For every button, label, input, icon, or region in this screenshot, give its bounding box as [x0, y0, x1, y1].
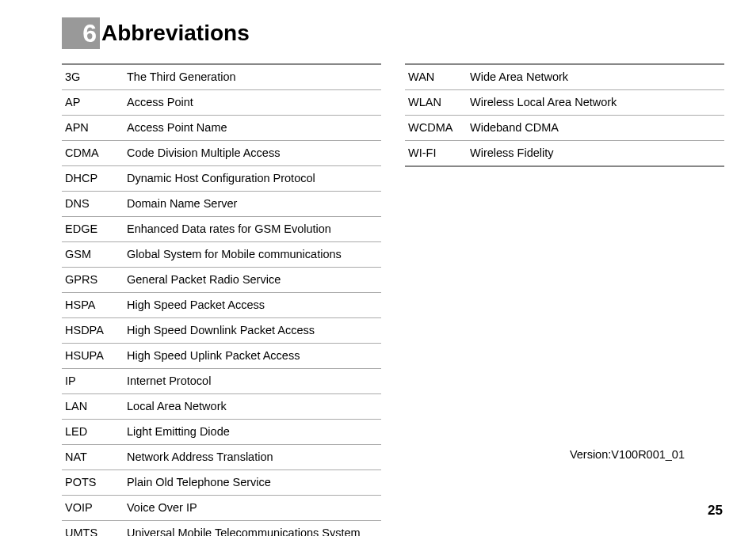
definition-cell: Wide Area Network	[468, 64, 724, 90]
abbr-cell: WAN	[405, 64, 468, 90]
table-row: APNAccess Point Name	[62, 116, 381, 141]
table-row: VOIPVoice Over IP	[62, 496, 381, 521]
abbr-cell: HSPA	[62, 293, 125, 318]
table-row: WANWide Area Network	[405, 64, 724, 90]
table-row: DNSDomain Name Server	[62, 192, 381, 217]
abbr-cell: GSM	[62, 242, 125, 268]
left-column: 3GThe Third GenerationAPAccess PointAPNA…	[62, 63, 381, 536]
table-row: WCDMAWideband CDMA	[405, 116, 724, 141]
abbr-cell: EDGE	[62, 217, 125, 242]
table-row: GPRSGeneral Packet Radio Service	[62, 268, 381, 293]
abbr-cell: WI-FI	[405, 141, 468, 167]
definition-cell: Local Area Network	[125, 394, 381, 420]
abbr-cell: VOIP	[62, 496, 125, 521]
abbr-cell: IP	[62, 369, 125, 394]
definition-cell: High Speed Packet Access	[125, 293, 381, 318]
table-row: WLANWireless Local Area Network	[405, 90, 724, 116]
abbr-cell: DNS	[62, 192, 125, 217]
abbr-cell: WCDMA	[405, 116, 468, 141]
table-row: HSDPAHigh Speed Downlink Packet Access	[62, 318, 381, 344]
abbr-cell: APN	[62, 116, 125, 141]
abbr-cell: POTS	[62, 470, 125, 496]
abbr-cell: HSUPA	[62, 344, 125, 369]
table-row: LEDLight Emitting Diode	[62, 420, 381, 445]
table-row: HSPAHigh Speed Packet Access	[62, 293, 381, 318]
definition-cell: Code Division Multiple Access	[125, 141, 381, 166]
table-row: LANLocal Area Network	[62, 394, 381, 420]
abbr-cell: UMTS	[62, 521, 125, 536]
table-row: WI-FIWireless Fidelity	[405, 141, 724, 167]
abbreviations-table-right: WANWide Area NetworkWLANWireless Local A…	[405, 63, 724, 167]
abbr-cell: LED	[62, 420, 125, 445]
table-row: CDMACode Division Multiple Access	[62, 141, 381, 166]
table-row: EDGEEnhanced Data rates for GSM Evolutio…	[62, 217, 381, 242]
definition-cell: Access Point	[125, 90, 381, 116]
definition-cell: Plain Old Telephone Service	[125, 470, 381, 496]
table-row: IPInternet Protocol	[62, 369, 381, 394]
table-row: APAccess Point	[62, 90, 381, 116]
definition-cell: Wireless Local Area Network	[468, 90, 724, 116]
chapter-number-box: 6	[62, 17, 100, 49]
abbr-cell: CDMA	[62, 141, 125, 166]
page-title: Abbreviations	[101, 21, 250, 46]
definition-cell: Network Address Translation	[125, 445, 381, 470]
page-header: 6 Abbreviations	[62, 17, 724, 49]
definition-cell: Universal Mobile Telecommunications Syst…	[125, 521, 381, 536]
definition-cell: Dynamic Host Configuration Protocol	[125, 166, 381, 192]
definition-cell: Access Point Name	[125, 116, 381, 141]
table-row: HSUPAHigh Speed Uplink Packet Access	[62, 344, 381, 369]
definition-cell: Wideband CDMA	[468, 116, 724, 141]
abbr-cell: LAN	[62, 394, 125, 420]
abbr-cell: WLAN	[405, 90, 468, 116]
definition-cell: Global System for Mobile communications	[125, 242, 381, 268]
abbr-cell: HSDPA	[62, 318, 125, 344]
table-row: NATNetwork Address Translation	[62, 445, 381, 470]
table-row: POTSPlain Old Telephone Service	[62, 470, 381, 496]
definition-cell: Wireless Fidelity	[468, 141, 724, 167]
table-row: UMTSUniversal Mobile Telecommunications …	[62, 521, 381, 536]
abbr-cell: 3G	[62, 64, 125, 90]
definition-cell: The Third Generation	[125, 64, 381, 90]
definition-cell: Light Emitting Diode	[125, 420, 381, 445]
definition-cell: Voice Over IP	[125, 496, 381, 521]
abbreviations-table-left: 3GThe Third GenerationAPAccess PointAPNA…	[62, 63, 381, 536]
content-columns: 3GThe Third GenerationAPAccess PointAPNA…	[62, 63, 724, 536]
definition-cell: Internet Protocol	[125, 369, 381, 394]
page-number: 25	[708, 503, 723, 519]
table-row: DHCPDynamic Host Configuration Protocol	[62, 166, 381, 192]
definition-cell: General Packet Radio Service	[125, 268, 381, 293]
table-row: GSMGlobal System for Mobile communicatio…	[62, 242, 381, 268]
definition-cell: High Speed Uplink Packet Access	[125, 344, 381, 369]
definition-cell: Domain Name Server	[125, 192, 381, 217]
table-row: 3GThe Third Generation	[62, 64, 381, 90]
version-label: Version:V100R001_01	[570, 448, 685, 461]
abbr-cell: AP	[62, 90, 125, 116]
definition-cell: Enhanced Data rates for GSM Evolution	[125, 217, 381, 242]
definition-cell: High Speed Downlink Packet Access	[125, 318, 381, 344]
abbr-cell: DHCP	[62, 166, 125, 192]
abbr-cell: GPRS	[62, 268, 125, 293]
right-column: WANWide Area NetworkWLANWireless Local A…	[405, 63, 724, 536]
abbr-cell: NAT	[62, 445, 125, 470]
